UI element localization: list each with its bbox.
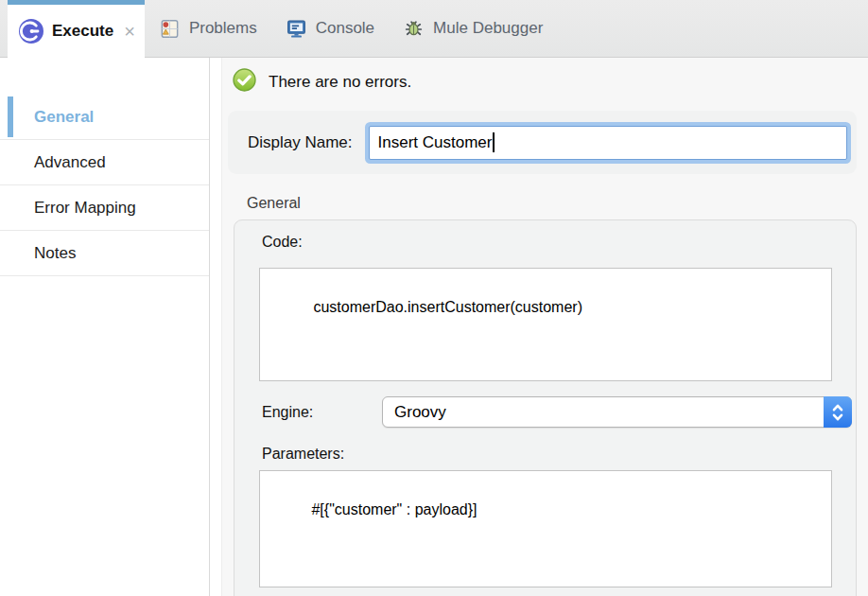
tab-execute[interactable]: Execute × (8, 0, 145, 58)
engine-select-area: Groovy (262, 396, 856, 428)
code-value: customerDao.insertCustomer(customer) (313, 299, 582, 315)
tab-mule-debugger-label: Mule Debugger (433, 19, 543, 38)
properties-view: Execute × Problems (0, 0, 868, 596)
mule-debugger-bug-icon (403, 18, 425, 40)
group-title: General (247, 195, 301, 212)
chevron-up-down-icon (824, 396, 852, 428)
tab-execute-label: Execute (52, 22, 113, 41)
code-label: Code: (262, 234, 303, 251)
success-check-icon (233, 68, 256, 96)
tab-problems[interactable]: Problems (145, 0, 271, 57)
display-name-label: Display Name: (248, 133, 353, 152)
parameters-textarea[interactable]: #[{"customer" : payload}] (259, 470, 832, 587)
sidebar-item-label: General (34, 108, 94, 126)
display-name-section: Display Name: Insert Customer (228, 111, 857, 174)
sidebar-item-advanced[interactable]: Advanced (0, 140, 209, 185)
validation-status: There are no errors. (233, 68, 411, 96)
execute-icon (19, 19, 43, 44)
display-name-input[interactable]: Insert Customer (369, 126, 847, 160)
properties-main-panel: There are no errors. Display Name: Inser… (222, 58, 868, 596)
sidebar-item-label: Advanced (34, 153, 106, 171)
tab-console[interactable]: Console (271, 0, 389, 57)
engine-selected-value: Groovy (383, 403, 446, 422)
sidebar-item-label: Notes (34, 244, 76, 262)
tab-console-label: Console (316, 19, 374, 38)
sidebar-item-label: Error Mapping (34, 199, 136, 217)
text-caret (493, 132, 495, 152)
properties-body: General Advanced Error Mapping Notes (0, 58, 868, 596)
sidebar-item-error-mapping[interactable]: Error Mapping (0, 185, 209, 231)
properties-sidebar: General Advanced Error Mapping Notes (0, 58, 210, 596)
console-icon (286, 18, 307, 40)
view-tab-bar: Execute × Problems (0, 0, 868, 58)
display-name-value: Insert Customer (378, 133, 493, 152)
problems-icon (159, 18, 181, 40)
status-message: There are no errors. (269, 73, 411, 92)
tab-mule-debugger[interactable]: Mule Debugger (389, 0, 557, 57)
sidebar-divider (210, 58, 222, 596)
engine-select[interactable]: Groovy (382, 396, 852, 428)
code-textarea[interactable]: customerDao.insertCustomer(customer) (259, 268, 832, 381)
parameters-label: Parameters: (262, 446, 344, 463)
tab-problems-label: Problems (189, 19, 257, 38)
sidebar-item-notes[interactable]: Notes (0, 231, 209, 276)
sidebar-item-general[interactable]: General (0, 95, 209, 140)
parameters-value: #[{"customer" : payload}] (311, 501, 477, 517)
close-icon[interactable]: × (124, 22, 135, 41)
general-group: Code: customerDao.insertCustomer(custome… (234, 219, 857, 596)
